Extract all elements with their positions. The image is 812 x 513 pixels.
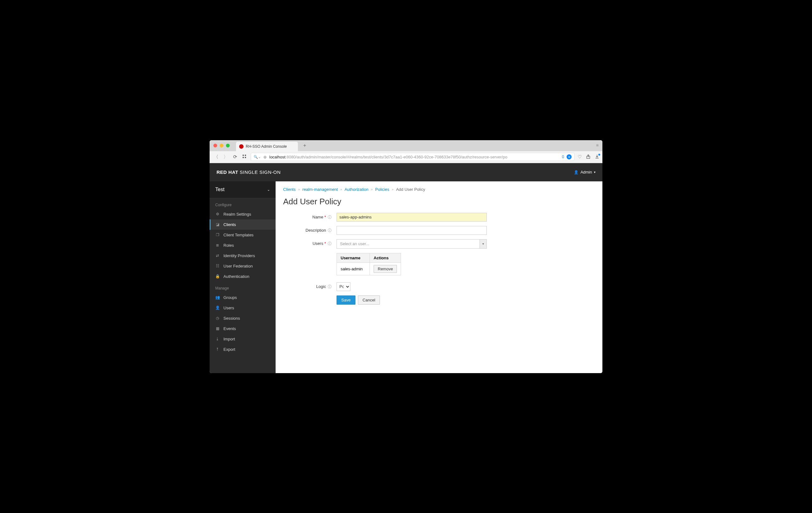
label-users: Users * ⓘ [283, 239, 337, 247]
new-tab-button[interactable]: + [300, 141, 309, 150]
database-icon: ☷ [215, 264, 220, 268]
breadcrumb-policies[interactable]: Policies [375, 187, 389, 192]
sidebar-item-roles[interactable]: ≣ Roles [210, 240, 276, 251]
exchange-icon: ⇄ [215, 253, 220, 258]
list-icon: ≣ [215, 243, 220, 247]
name-input[interactable] [337, 213, 487, 222]
chevron-down-icon: ▾ [480, 239, 487, 248]
downloads-icon[interactable] [595, 154, 599, 160]
breadcrumb: Clients » realm-management » Authorizati… [283, 187, 595, 192]
breadcrumb-sep: » [392, 188, 394, 191]
tab-overflow-icon[interactable]: ≡ [596, 143, 599, 148]
sidebar-item-label: Events [224, 326, 236, 331]
tracker-count[interactable]: 0 [562, 155, 564, 159]
back-button[interactable]: 〈 [213, 154, 219, 160]
label-text: Logic [316, 284, 326, 289]
site-info-icon[interactable]: ⊕ [263, 155, 267, 160]
calendar-icon: ▦ [215, 326, 220, 331]
favicon-icon [239, 144, 243, 149]
form-row-logic: Logic ⓘ Pos [283, 282, 595, 291]
browser-tab-bar: RH-SSO Admin Console + ≡ [210, 140, 602, 151]
maximize-window-icon[interactable] [226, 144, 230, 147]
zoom-icon[interactable]: 🔍⌄ [254, 155, 261, 159]
section-manage: Manage [210, 282, 276, 292]
help-icon[interactable]: ⓘ [328, 241, 331, 246]
remove-button[interactable]: Remove [374, 265, 397, 273]
browser-toolbar: 〈 〉 ⟳ 🔍⌄ ⊕ localhost:8080/auth/admin/mas… [210, 151, 602, 163]
close-window-icon[interactable] [213, 144, 217, 147]
sidebar-item-identity-providers[interactable]: ⇄ Identity Providers [210, 251, 276, 261]
svg-rect-1 [245, 155, 246, 156]
user-menu[interactable]: 👤 Admin ▾ [574, 170, 596, 174]
save-button[interactable]: Save [337, 295, 355, 305]
sidebar-item-user-federation[interactable]: ☷ User Federation [210, 261, 276, 271]
sidebar-item-client-templates[interactable]: ❐ Client Templates [210, 230, 276, 240]
address-bar[interactable]: 🔍⌄ ⊕ localhost:8080/auth/admin/master/co… [251, 153, 574, 161]
minimize-window-icon[interactable] [220, 144, 224, 147]
clear-url-icon[interactable]: ✕ [567, 154, 572, 160]
browser-window: RH-SSO Admin Console + ≡ 〈 〉 ⟳ 🔍⌄ ⊕ loca… [210, 140, 602, 373]
lock-icon: 🔒 [215, 274, 220, 279]
users-placeholder: Select an user... [337, 241, 480, 246]
chevron-down-icon: ⌄ [267, 188, 270, 192]
app-body: Test ⌄ Configure ⚙ Realm Settings ◪ Clie… [210, 181, 602, 373]
sidebar-item-groups[interactable]: 👥 Groups [210, 292, 276, 303]
cube-icon: ◪ [215, 222, 220, 227]
help-icon[interactable]: ⓘ [328, 215, 331, 220]
logic-select[interactable]: Pos [337, 282, 350, 291]
sidebar-item-label: Identity Providers [224, 253, 255, 258]
label-logic: Logic ⓘ [283, 282, 337, 289]
user-name: Admin [580, 170, 592, 174]
browser-tab[interactable]: RH-SSO Admin Console [236, 142, 298, 151]
form-row-description: Description ⓘ [283, 226, 595, 235]
label-text: Users [313, 241, 323, 246]
sidebar-item-authentication[interactable]: 🔒 Authentication [210, 271, 276, 282]
realm-selector[interactable]: Test ⌄ [210, 181, 276, 198]
forward-button[interactable]: 〉 [223, 154, 229, 160]
breadcrumb-sep: » [371, 188, 373, 191]
sidebar-item-label: Groups [224, 295, 237, 300]
breadcrumb-current: Add User Policy [396, 187, 425, 192]
col-username: Username [337, 253, 370, 262]
breadcrumb-sep: » [340, 188, 342, 191]
sidebar: Test ⌄ Configure ⚙ Realm Settings ◪ Clie… [210, 181, 276, 373]
brand-logo[interactable]: RED HAT SINGLE SIGN-ON [216, 169, 281, 175]
required-marker: * [324, 241, 326, 246]
templates-icon: ❐ [215, 233, 220, 237]
col-actions: Actions [370, 253, 401, 262]
svg-rect-3 [245, 157, 246, 158]
sidebar-item-users[interactable]: 👤 Users [210, 303, 276, 313]
help-icon[interactable]: ⓘ [328, 284, 331, 289]
tab-title: RH-SSO Admin Console [246, 144, 287, 149]
label-name: Name * ⓘ [283, 213, 337, 220]
breadcrumb-realm-management[interactable]: realm-management [302, 187, 338, 192]
favorite-icon[interactable]: ♡ [578, 154, 582, 160]
sidebar-item-events[interactable]: ▦ Events [210, 323, 276, 334]
help-icon[interactable]: ⓘ [328, 228, 331, 233]
sidebar-item-label: Export [224, 347, 235, 352]
form-row-users: Users * ⓘ Select an user... ▾ Username A… [283, 239, 595, 275]
section-configure: Configure [210, 198, 276, 209]
sidebar-item-realm-settings[interactable]: ⚙ Realm Settings [210, 209, 276, 220]
sidebar-item-import[interactable]: ⭳ Import [210, 334, 276, 344]
sliders-icon: ⚙ [215, 212, 220, 216]
users-select[interactable]: Select an user... ▾ [337, 239, 487, 249]
cancel-button[interactable]: Cancel [358, 295, 380, 305]
share-icon[interactable] [586, 154, 590, 160]
sidebar-item-clients[interactable]: ◪ Clients [210, 220, 276, 230]
user-icon: 👤 [574, 170, 579, 174]
sidebar-item-label: Users [224, 306, 234, 310]
sidebar-item-sessions[interactable]: ◷ Sessions [210, 313, 276, 323]
breadcrumb-clients[interactable]: Clients [283, 187, 296, 192]
reload-button[interactable]: ⟳ [232, 154, 238, 160]
chevron-down-icon: ▾ [594, 170, 596, 174]
sidebar-item-export[interactable]: ⭱ Export [210, 344, 276, 354]
brand-strong: RED HAT [216, 169, 238, 175]
apps-icon[interactable] [241, 154, 248, 160]
url-host: localhost [269, 155, 285, 160]
label-description: Description ⓘ [283, 226, 337, 233]
label-text: Name [312, 215, 323, 220]
breadcrumb-authorization[interactable]: Authorization [345, 187, 369, 192]
sidebar-item-label: User Federation [224, 264, 253, 268]
description-input[interactable] [337, 226, 487, 235]
